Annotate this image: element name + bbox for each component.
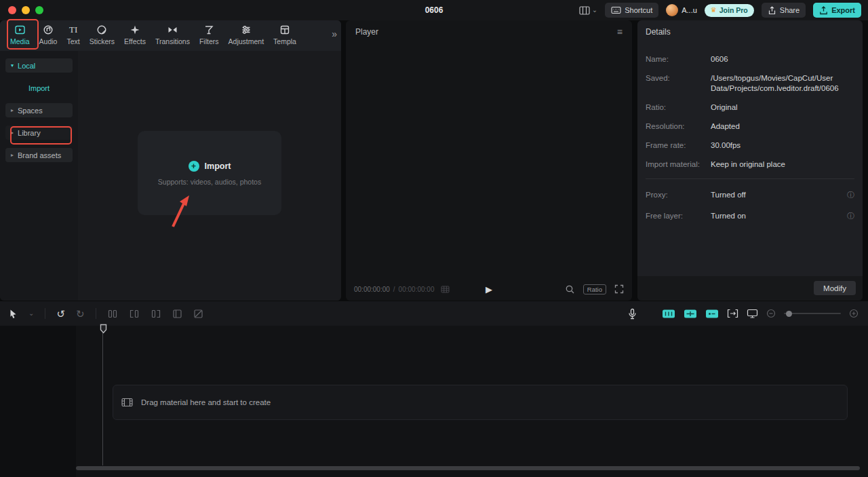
workspace-layout-button[interactable]: ⌄ — [579, 6, 597, 15]
tab-filters[interactable]: Filters — [195, 20, 224, 45]
preview-zoom-icon[interactable] — [565, 284, 575, 294]
triangle-right-icon: ▸ — [11, 153, 14, 158]
close-window-button[interactable] — [8, 6, 16, 14]
zoom-out-icon[interactable] — [766, 309, 776, 318]
sidebar-label: Import — [28, 84, 50, 92]
export-label: Export — [831, 6, 855, 14]
player-menu-icon[interactable]: ≡ — [617, 27, 623, 37]
sidebar-item-spaces[interactable]: ▸ Spaces — [5, 103, 73, 117]
detail-label: Proxy: — [646, 190, 711, 200]
minimize-window-button[interactable] — [22, 6, 30, 14]
detail-label: Ratio: — [646, 102, 711, 113]
divider — [45, 308, 45, 319]
tab-transitions[interactable]: Transitions — [151, 20, 195, 45]
mirror-button[interactable] — [193, 309, 203, 319]
join-pro-button[interactable]: ♛ Join Pro — [705, 4, 754, 17]
preview-axis-button[interactable] — [747, 309, 758, 318]
tab-label: Templa — [273, 37, 296, 45]
ratio-button[interactable]: Ratio — [583, 284, 606, 294]
detail-value: 0606 — [711, 54, 854, 64]
sidebar-label: Local — [18, 62, 35, 70]
tab-label: Effects — [124, 37, 146, 45]
sidebar-item-local[interactable]: ▾ Local — [5, 58, 73, 73]
avatar — [666, 4, 678, 16]
info-icon[interactable]: ⓘ — [847, 190, 854, 200]
delete-right-button[interactable] — [151, 309, 161, 319]
horizontal-scrollbar[interactable] — [76, 466, 860, 470]
zoom-window-button[interactable] — [35, 6, 43, 14]
sidebar-item-library[interactable]: ▸ Library — [5, 126, 73, 140]
account-button[interactable]: A...u — [666, 4, 697, 16]
sidebar-item-import[interactable]: Import — [5, 81, 73, 95]
transitions-icon — [167, 24, 178, 35]
triangle-down-icon: ▾ — [11, 63, 14, 69]
tab-label: Media — [10, 37, 30, 45]
film-icon — [121, 398, 133, 407]
detail-value: /Users/topgus/Movies/CapCut/User Data/Pr… — [711, 73, 854, 94]
select-tool-dropdown-icon[interactable]: ⌄ — [28, 310, 34, 317]
record-voiceover-button[interactable] — [627, 308, 637, 320]
time-separator: / — [393, 286, 395, 293]
chevron-down-icon: ⌄ — [592, 7, 597, 14]
titlebar-actions: ⌄ Shortcut A...u ♛ Join Pro Share Export — [579, 0, 861, 20]
tab-label: Text — [66, 37, 79, 45]
adjustment-icon — [241, 24, 252, 35]
detail-label: Name: — [646, 54, 711, 64]
tab-text[interactable]: TI Text — [62, 20, 84, 45]
tab-media[interactable]: Media — [5, 20, 35, 45]
freeze-frame-button[interactable] — [172, 309, 182, 319]
template-icon — [279, 24, 290, 35]
sidebar-label: Brand assets — [18, 151, 61, 159]
layout-icon — [579, 6, 590, 15]
tab-label: Adjustment — [229, 37, 264, 45]
adapt-timeline-button[interactable] — [727, 309, 738, 318]
undo-button[interactable]: ↺ — [56, 309, 65, 319]
tab-stickers[interactable]: Stickers — [85, 20, 119, 45]
tab-audio[interactable]: Audio — [35, 20, 62, 45]
tab-adjustment[interactable]: Adjustment — [224, 20, 269, 45]
main-track-magnet-toggle[interactable] — [662, 309, 675, 319]
delete-left-button[interactable] — [129, 309, 140, 319]
triangle-right-icon: ▸ — [11, 130, 14, 136]
tab-effects[interactable]: Effects — [119, 20, 151, 45]
fullscreen-icon[interactable] — [614, 284, 624, 294]
auto-snap-toggle[interactable] — [684, 309, 697, 319]
zoom-in-icon[interactable] — [849, 309, 859, 318]
export-button[interactable]: Export — [813, 3, 861, 18]
sidebar-label: Spaces — [18, 107, 43, 115]
info-icon[interactable]: ⓘ — [847, 211, 854, 221]
tab-templates[interactable]: Templa — [269, 20, 301, 45]
effects-icon — [130, 24, 140, 35]
capcut-window: 0606 ⌄ Shortcut A...u ♛ Join Pro Share — [0, 0, 868, 477]
detail-row-saved: Saved: /Users/topgus/Movies/CapCut/User … — [646, 73, 854, 94]
modify-button[interactable]: Modify — [814, 281, 856, 295]
triangle-right-icon: ▸ — [11, 108, 14, 113]
timeline-empty-hint: Drag material here and start to create — [141, 398, 271, 406]
crown-icon: ♛ — [711, 7, 717, 14]
import-dropzone[interactable]: + Import Supports: videos, audios, photo… — [138, 131, 281, 215]
media-content-area: + Import Supports: videos, audios, photo… — [78, 51, 341, 301]
track-header-column — [0, 326, 76, 477]
zoom-slider-knob[interactable] — [786, 311, 792, 317]
timeline-zoom-slider[interactable] — [784, 313, 841, 314]
tab-label: Audio — [39, 37, 58, 45]
tab-label: Stickers — [90, 37, 115, 45]
linked-preview-toggle[interactable] — [705, 309, 719, 319]
join-pro-label: Join Pro — [719, 6, 748, 14]
select-tool-button[interactable] — [8, 309, 18, 319]
playhead-handle[interactable] — [100, 324, 107, 334]
detail-value: Original — [711, 102, 854, 113]
detail-row-name: Name: 0606 — [646, 54, 854, 64]
shortcut-button[interactable]: Shortcut — [605, 3, 658, 18]
redo-button[interactable]: ↻ — [76, 309, 85, 319]
share-button[interactable]: Share — [762, 3, 806, 18]
more-tabs-icon[interactable]: » — [332, 28, 337, 39]
player-panel: Player ≡ 00:00:00:00 / 00:00:00:00 ▶ Rat… — [346, 20, 632, 301]
tab-label: Filters — [199, 37, 219, 45]
sidebar-item-brand-assets[interactable]: ▸ Brand assets — [5, 148, 73, 162]
play-button[interactable]: ▶ — [486, 284, 492, 294]
player-controls: 00:00:00:00 / 00:00:00:00 ▶ Ratio — [346, 278, 632, 301]
details-footer: Modify — [637, 276, 863, 301]
empty-track-dropzone[interactable]: Drag material here and start to create — [113, 385, 848, 420]
split-button[interactable] — [107, 309, 118, 319]
